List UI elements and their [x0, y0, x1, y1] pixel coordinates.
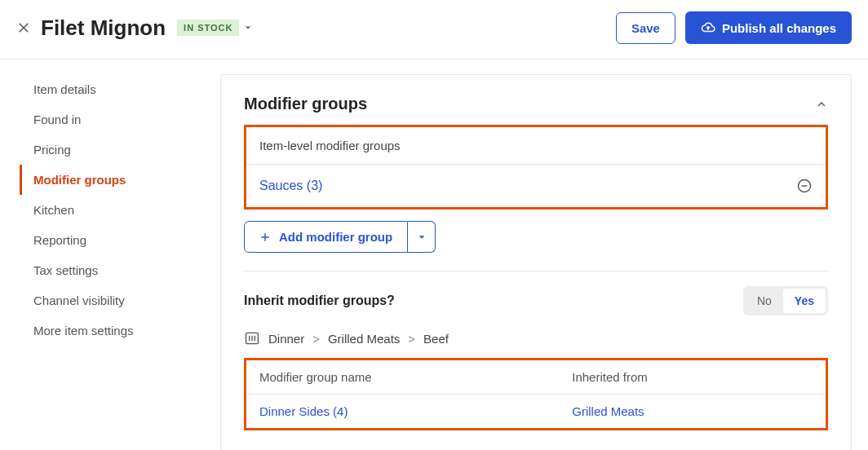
page-header: Filet Mignon IN STOCK Save Publish all c…: [0, 0, 868, 60]
sidebar-item-modifier-groups[interactable]: Modifier groups: [20, 165, 220, 195]
chevron-up-icon[interactable]: [815, 98, 828, 111]
save-button[interactable]: Save: [616, 12, 675, 44]
crumb: Dinner: [268, 332, 304, 346]
item-level-header: Item-level modifier groups: [246, 127, 826, 165]
stock-badge: IN STOCK: [177, 20, 239, 36]
stock-status-dropdown[interactable]: IN STOCK: [177, 20, 252, 36]
sidebar-item-label: Kitchen: [33, 203, 74, 217]
section-header: Modifier groups: [244, 95, 828, 113]
chevron-right-icon: >: [312, 332, 320, 346]
sidebar-item-item-details[interactable]: Item details: [20, 74, 220, 104]
save-button-label: Save: [631, 21, 660, 35]
sidebar-item-label: Tax settings: [33, 263, 98, 277]
inherit-toggle: No Yes: [743, 286, 828, 315]
publish-button-label: Publish all changes: [722, 21, 836, 35]
chevron-right-icon: >: [408, 332, 415, 346]
table-row: Dinner Sides (4) Grilled Meats: [246, 395, 826, 428]
sidebar: Item details Found in Pricing Modifier g…: [0, 74, 220, 450]
breadcrumb: Dinner > Grilled Meats > Beef: [244, 330, 828, 346]
modifier-group-link[interactable]: Sauces (3): [259, 179, 796, 193]
sidebar-item-label: Channel visibility: [33, 293, 125, 307]
add-modifier-group-button[interactable]: Add modifier group: [244, 221, 408, 253]
sidebar-item-label: Item details: [33, 82, 96, 96]
remove-icon[interactable]: [796, 178, 813, 194]
caret-down-icon: [418, 233, 426, 241]
sidebar-item-kitchen[interactable]: Kitchen: [20, 195, 220, 225]
inherited-from-link[interactable]: Grilled Meats: [572, 404, 813, 418]
add-modifier-group-label: Add modifier group: [279, 230, 392, 244]
caret-down-icon: [244, 24, 252, 32]
publish-button[interactable]: Publish all changes: [685, 11, 852, 44]
page-title: Filet Mignon: [41, 15, 166, 41]
body: Item details Found in Pricing Modifier g…: [0, 60, 868, 450]
inherited-modifier-groups-table: Modifier group name Inherited from Dinne…: [244, 358, 828, 430]
sidebar-item-label: Reporting: [33, 233, 86, 247]
cloud-upload-icon: [701, 20, 715, 35]
sidebar-item-more-settings[interactable]: More item settings: [20, 315, 220, 346]
sidebar-item-label: Pricing: [33, 143, 71, 157]
sidebar-item-pricing[interactable]: Pricing: [20, 135, 220, 165]
sidebar-item-channel-visibility[interactable]: Channel visibility: [20, 285, 220, 315]
inherit-row: Inherit modifier groups? No Yes: [244, 286, 828, 315]
inherit-title: Inherit modifier groups?: [244, 293, 743, 308]
sidebar-item-found-in[interactable]: Found in: [20, 104, 220, 135]
item-level-modifier-groups-box: Item-level modifier groups Sauces (3): [244, 125, 828, 210]
add-modifier-group-dropdown[interactable]: [408, 221, 436, 253]
sidebar-item-label: More item settings: [33, 324, 134, 338]
divider: [244, 271, 828, 271]
col-header-name: Modifier group name: [259, 370, 572, 384]
sidebar-item-label: Modifier groups: [33, 173, 126, 187]
crumb: Beef: [423, 332, 449, 346]
section-title: Modifier groups: [244, 95, 815, 113]
crumb: Grilled Meats: [328, 332, 400, 346]
close-icon[interactable]: [16, 20, 31, 35]
sidebar-item-reporting[interactable]: Reporting: [20, 225, 220, 255]
add-modifier-group-row: Add modifier group: [244, 221, 828, 253]
item-level-row: Sauces (3): [246, 165, 826, 207]
table-header: Modifier group name Inherited from: [246, 360, 826, 395]
plus-icon: [259, 232, 271, 243]
toggle-no[interactable]: No: [746, 289, 783, 313]
inherited-group-name-link[interactable]: Dinner Sides (4): [259, 404, 572, 418]
menu-slider-icon: [244, 330, 260, 346]
main-panel: Modifier groups Item-level modifier grou…: [220, 74, 852, 450]
sidebar-item-tax-settings[interactable]: Tax settings: [20, 255, 220, 285]
toggle-yes[interactable]: Yes: [783, 289, 826, 313]
col-header-from: Inherited from: [572, 370, 813, 384]
sidebar-item-label: Found in: [33, 112, 81, 126]
